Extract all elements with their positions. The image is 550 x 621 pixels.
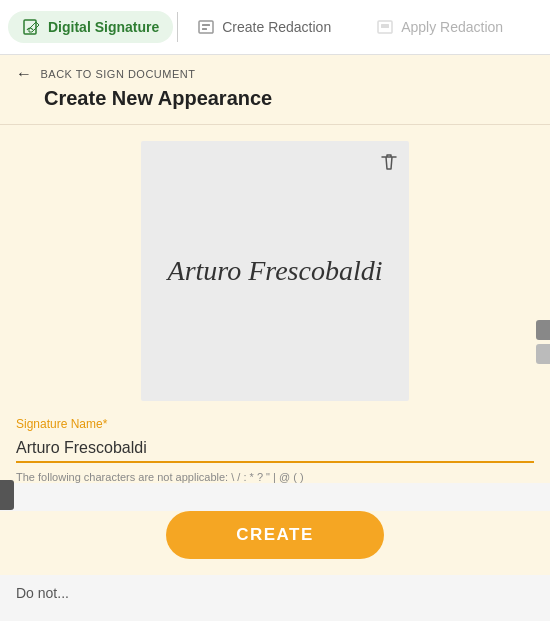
- nav-item-apply-redaction[interactable]: Apply Redaction: [361, 11, 517, 43]
- page-title: Create New Appearance: [44, 87, 534, 110]
- main-content: Arturo Frescobaldi: [0, 125, 550, 401]
- left-edge-tab: [0, 480, 14, 510]
- right-edge-tab-1: [536, 320, 550, 340]
- digital-signature-icon: [22, 17, 42, 37]
- nav-item-digital-signature-label: Digital Signature: [48, 19, 159, 35]
- signature-preview: Arturo Frescobaldi: [141, 141, 409, 401]
- delete-icon[interactable]: [379, 151, 399, 178]
- top-nav: Digital Signature Create Redaction Apply…: [0, 0, 550, 55]
- svg-rect-5: [381, 24, 389, 28]
- back-link-label: BACK TO SIGN DOCUMENT: [41, 68, 196, 80]
- field-hint: The following characters are not applica…: [16, 471, 534, 483]
- signature-name-input[interactable]: [16, 435, 534, 463]
- svg-rect-2: [202, 24, 210, 26]
- signature-name-label: Signature Name*: [16, 417, 534, 431]
- form-area: Signature Name* The following characters…: [0, 401, 550, 483]
- create-button-wrapper: CREATE: [0, 511, 550, 575]
- svg-rect-3: [202, 28, 207, 30]
- back-arrow-icon: ←: [16, 65, 33, 83]
- nav-item-apply-redaction-label: Apply Redaction: [401, 19, 503, 35]
- nav-item-create-redaction-label: Create Redaction: [222, 19, 331, 35]
- create-redaction-icon: [196, 17, 216, 37]
- nav-divider-1: [177, 12, 178, 42]
- nav-item-digital-signature[interactable]: Digital Signature: [8, 11, 173, 43]
- bottom-partial-text: Do not...: [0, 575, 550, 611]
- back-bar: ← BACK TO SIGN DOCUMENT Create New Appea…: [0, 55, 550, 125]
- signature-preview-text: Arturo Frescobaldi: [168, 255, 383, 287]
- back-to-sign-document-link[interactable]: ← BACK TO SIGN DOCUMENT: [16, 65, 534, 83]
- nav-item-create-redaction[interactable]: Create Redaction: [182, 11, 345, 43]
- right-edge-tabs: [536, 320, 550, 364]
- apply-redaction-icon: [375, 17, 395, 37]
- create-button[interactable]: CREATE: [166, 511, 384, 559]
- svg-rect-1: [199, 21, 213, 33]
- right-edge-tab-2: [536, 344, 550, 364]
